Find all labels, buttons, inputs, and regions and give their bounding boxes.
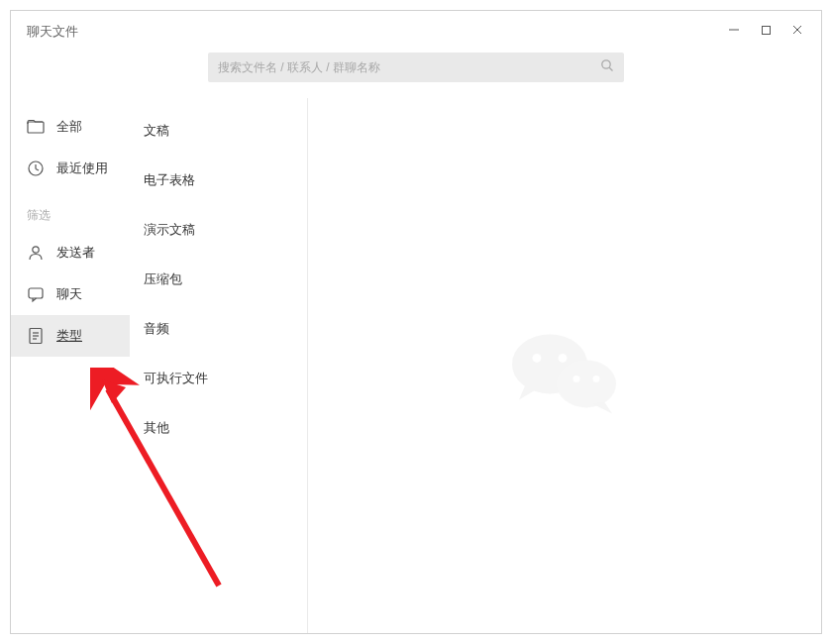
type-item-executable[interactable]: 可执行文件 (130, 354, 307, 403)
sidebar-item-all[interactable]: 全部 (11, 106, 130, 148)
type-item-audio[interactable]: 音频 (130, 304, 307, 354)
sidebar-item-label: 最近使用 (56, 160, 108, 177)
window-controls (718, 19, 813, 41)
type-item-other[interactable]: 其他 (130, 403, 307, 453)
search-icon (600, 58, 614, 76)
close-button[interactable] (781, 19, 813, 41)
content-pane (308, 98, 821, 633)
maximize-button[interactable] (750, 19, 781, 41)
svg-rect-1 (762, 26, 770, 34)
window-title: 聊天文件 (27, 19, 78, 41)
sidebar-item-chat[interactable]: 聊天 (11, 273, 130, 315)
clock-icon (27, 160, 45, 177)
svg-line-9 (36, 169, 39, 171)
type-item-spreadsheet[interactable]: 电子表格 (130, 156, 307, 205)
svg-point-4 (602, 60, 610, 68)
user-icon (27, 244, 45, 262)
folder-icon (27, 118, 45, 136)
app-window: 聊天文件 全部 (10, 10, 822, 634)
svg-line-5 (609, 67, 612, 70)
search-row (11, 53, 821, 82)
type-item-archive[interactable]: 压缩包 (130, 255, 307, 304)
type-list: 文稿 电子表格 演示文稿 压缩包 音频 可执行文件 其他 (130, 98, 308, 633)
sidebar-item-label: 类型 (56, 327, 82, 345)
search-box[interactable] (208, 53, 624, 82)
search-input[interactable] (218, 60, 600, 74)
svg-rect-11 (29, 288, 43, 298)
wechat-logo-icon (505, 324, 624, 427)
sidebar-item-recent[interactable]: 最近使用 (11, 148, 130, 189)
svg-point-21 (573, 376, 580, 382)
sidebar-item-type[interactable]: 类型 (11, 315, 130, 357)
type-item-presentation[interactable]: 演示文稿 (130, 205, 307, 255)
document-icon (27, 327, 45, 345)
sidebar-item-label: 发送者 (56, 244, 95, 262)
filter-section-label: 筛选 (11, 189, 130, 232)
svg-point-20 (557, 360, 616, 407)
svg-rect-6 (28, 122, 44, 133)
svg-point-18 (559, 354, 568, 363)
svg-point-17 (533, 354, 542, 363)
body-area: 全部 最近使用 筛选 发送者 聊天 (11, 98, 821, 633)
sidebar-item-sender[interactable]: 发送者 (11, 232, 130, 273)
sidebar-item-label: 全部 (56, 118, 82, 136)
minimize-button[interactable] (718, 19, 750, 41)
chat-icon (27, 285, 45, 303)
svg-point-10 (33, 247, 39, 253)
sidebar: 全部 最近使用 筛选 发送者 聊天 (11, 98, 130, 633)
type-item-document[interactable]: 文稿 (130, 106, 307, 156)
sidebar-item-label: 聊天 (56, 285, 82, 303)
svg-point-22 (593, 376, 600, 382)
